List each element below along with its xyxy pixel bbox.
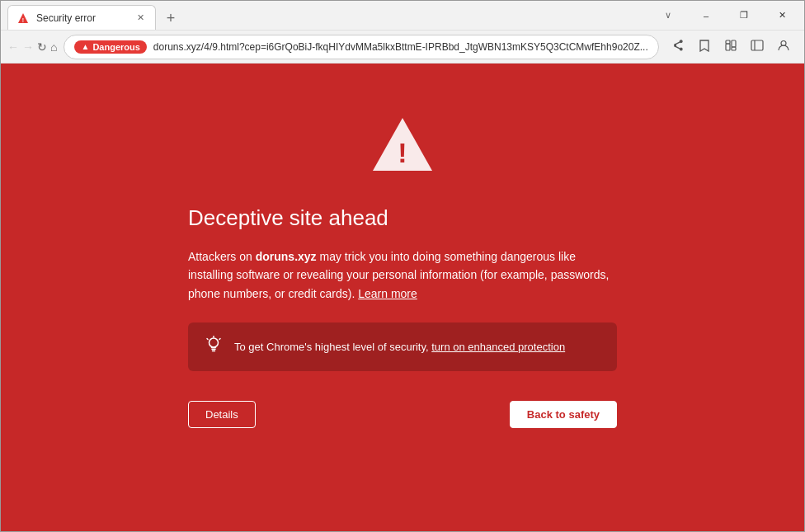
tab-area: ! Security error ✕ + [1, 1, 646, 30]
window-controls: ∨ – ❐ ✕ [646, 1, 804, 31]
site-name: doruns.xyz [256, 250, 317, 263]
lightbulb-icon [205, 336, 223, 358]
svg-rect-4 [732, 47, 736, 50]
puzzle-icon [724, 39, 737, 54]
sidebar-button[interactable] [745, 35, 770, 59]
toolbar-actions [666, 35, 805, 59]
warning-triangle-icon: ▲ [81, 42, 89, 51]
back-button[interactable]: ← [7, 35, 19, 59]
bookmark-button[interactable] [692, 35, 717, 59]
reload-button[interactable]: ↻ [37, 35, 47, 59]
tab-favicon: ! [16, 12, 30, 25]
dangerous-badge: ▲ Dangerous [74, 40, 146, 54]
svg-text:!: ! [22, 16, 24, 22]
chevron-button[interactable]: ∨ [649, 1, 687, 31]
details-button[interactable]: Details [188, 401, 256, 428]
url-display: doruns.xyz/4/9.html?cep=i6GrQoBiJ-fkqHIY… [153, 41, 648, 53]
sidebar-icon [751, 39, 764, 54]
address-bar[interactable]: ▲ Dangerous doruns.xyz/4/9.html?cep=i6Gr… [64, 35, 658, 59]
warning-triangle-large: ! [370, 113, 435, 179]
close-button[interactable]: ✕ [763, 1, 801, 31]
titlebar: ! Security error ✕ + ∨ – ❐ [1, 1, 804, 31]
info-box: To get Chrome's highest level of securit… [188, 322, 617, 371]
bookmark-icon [698, 39, 711, 54]
svg-rect-3 [732, 40, 736, 47]
back-to-safety-button[interactable]: Back to safety [510, 401, 617, 428]
svg-rect-2 [726, 44, 730, 50]
page-content: ! Deceptive site ahead Attackers on doru… [1, 64, 804, 531]
browser-window: ! Security error ✕ + ∨ – ❐ [0, 0, 805, 532]
share-button[interactable] [666, 35, 690, 59]
info-prefix: To get Chrome's highest level of securit… [234, 341, 431, 353]
tab-close-button[interactable]: ✕ [134, 12, 147, 25]
warning-icon-wrap: ! [188, 113, 617, 179]
info-box-text: To get Chrome's highest level of securit… [234, 339, 565, 355]
profile-icon [777, 39, 790, 54]
svg-text:!: ! [398, 137, 407, 168]
svg-point-14 [209, 338, 219, 347]
minimize-button[interactable]: – [687, 1, 725, 31]
profile-button[interactable] [771, 35, 796, 59]
menu-button[interactable] [798, 35, 805, 59]
extensions-button[interactable] [718, 35, 743, 59]
home-button[interactable]: ⌂ [50, 35, 57, 59]
restore-button[interactable]: ❐ [725, 1, 763, 31]
svg-rect-6 [751, 40, 763, 50]
tab-title: Security error [36, 12, 127, 24]
warning-body: Attackers on doruns.xyz may trick you in… [188, 247, 617, 303]
enhanced-protection-link[interactable]: turn on enhanced protection [431, 341, 565, 353]
body-prefix: Attackers on [188, 250, 256, 263]
active-tab[interactable]: ! Security error ✕ [7, 5, 156, 30]
action-row: Details Back to safety [188, 401, 617, 428]
forward-button[interactable]: → [22, 35, 34, 59]
warning-heading: Deceptive site ahead [188, 205, 617, 231]
warning-container: ! Deceptive site ahead Attackers on doru… [188, 113, 617, 428]
svg-line-16 [207, 339, 208, 340]
svg-rect-5 [726, 40, 730, 44]
share-icon [671, 39, 685, 54]
browser-toolbar: ← → ↻ ⌂ ▲ Dangerous doruns.xyz/4/9.html?… [1, 31, 804, 64]
learn-more-link[interactable]: Learn more [358, 287, 417, 300]
new-tab-button[interactable]: + [159, 7, 182, 30]
svg-line-17 [219, 339, 220, 340]
